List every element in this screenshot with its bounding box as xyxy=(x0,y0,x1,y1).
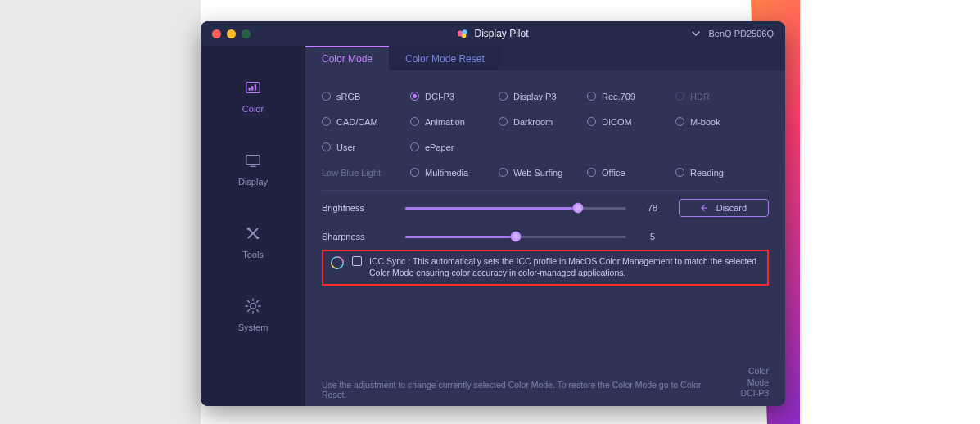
gear-icon xyxy=(244,297,262,315)
radio-epaper[interactable]: ePaper xyxy=(410,142,492,152)
svg-rect-6 xyxy=(255,84,256,90)
monitor-selector[interactable]: BenQ PD2506Q xyxy=(691,29,775,38)
app-title: Display Pilot xyxy=(474,28,528,39)
radio-rec709[interactable]: Rec.709 xyxy=(587,92,669,101)
sidebar-item-color[interactable]: Color xyxy=(201,79,305,114)
svg-point-10 xyxy=(256,237,260,240)
tab-color-mode[interactable]: Color Mode xyxy=(305,46,389,70)
sidebar-label: System xyxy=(238,323,269,332)
radio-office[interactable]: Office xyxy=(587,168,669,178)
radio-reading[interactable]: Reading xyxy=(675,168,757,178)
sidebar-item-tools[interactable]: Tools xyxy=(201,224,305,259)
radio-display-p3[interactable]: Display P3 xyxy=(499,92,580,101)
svg-point-0 xyxy=(458,31,463,37)
radio-darkroom[interactable]: Darkroom xyxy=(499,117,580,127)
sharpness-slider[interactable] xyxy=(405,236,626,238)
titlebar: Display Pilot BenQ PD2506Q xyxy=(201,21,785,46)
sidebar-label: Display xyxy=(238,177,268,187)
icc-sync-description: ICC Sync : This automatically sets the I… xyxy=(369,255,761,278)
slider-thumb[interactable] xyxy=(511,232,522,242)
svg-point-2 xyxy=(463,34,467,38)
radio-animation[interactable]: Animation xyxy=(410,117,492,127)
traffic-lights xyxy=(212,29,251,38)
radio-srgb[interactable]: sRGB xyxy=(322,92,404,101)
tabs: Color Mode Color Mode Reset xyxy=(305,46,785,70)
radio-dicom[interactable]: DICOM xyxy=(587,117,669,127)
svg-point-9 xyxy=(247,228,251,231)
sharpness-label: Sharpness xyxy=(322,232,395,241)
sidebar: Color Display Tools System xyxy=(201,46,305,406)
low-blue-light-label: Low Blue Light xyxy=(322,168,404,178)
tools-icon xyxy=(244,224,262,242)
divider xyxy=(322,190,769,191)
brightness-label: Brightness xyxy=(322,203,395,213)
svg-rect-5 xyxy=(251,86,253,91)
svg-rect-7 xyxy=(246,156,260,165)
close-button[interactable] xyxy=(212,29,221,38)
minimize-button[interactable] xyxy=(227,29,236,38)
sidebar-label: Color xyxy=(242,104,264,114)
radio-dci-p3[interactable]: DCI-P3 xyxy=(410,92,492,101)
slider-thumb[interactable] xyxy=(572,203,583,214)
svg-point-11 xyxy=(251,304,255,309)
discard-button[interactable]: Discard xyxy=(679,199,769,217)
chevron-down-icon xyxy=(691,29,701,38)
sidebar-item-system[interactable]: System xyxy=(201,297,305,332)
display-icon xyxy=(244,151,262,169)
maximize-button[interactable] xyxy=(242,29,251,38)
radio-cadcam[interactable]: CAD/CAM xyxy=(322,117,404,127)
footer-mode-value: DCI-P3 xyxy=(725,388,769,399)
svg-rect-4 xyxy=(249,88,251,91)
radio-hdr: HDR xyxy=(675,92,757,101)
icc-sync-panel: ICC Sync : This automatically sets the I… xyxy=(322,250,769,286)
app-window: Display Pilot BenQ PD2506Q Color Display xyxy=(201,21,785,406)
sharpness-value: 5 xyxy=(636,232,669,241)
radio-multimedia[interactable]: Multimedia xyxy=(410,168,492,178)
brightness-value: 78 xyxy=(636,203,669,213)
radio-mbook[interactable]: M-book xyxy=(675,117,757,127)
sidebar-label: Tools xyxy=(242,250,264,259)
radio-user[interactable]: User xyxy=(322,142,404,152)
tab-color-mode-reset[interactable]: Color Mode Reset xyxy=(389,46,501,70)
radio-web-surfing[interactable]: Web Surfing xyxy=(499,168,580,178)
footer-hint: Use the adjustment to change currently s… xyxy=(322,380,725,399)
monitor-name: BenQ PD2506Q xyxy=(709,29,775,38)
sidebar-item-display[interactable]: Display xyxy=(201,151,305,187)
footer-mode-label: Color Mode xyxy=(725,366,769,388)
brightness-slider[interactable] xyxy=(405,207,626,210)
color-icon xyxy=(244,79,262,97)
color-mode-radios: sRGB DCI-P3 Display P3 Rec.709 HDR CAD/C… xyxy=(322,83,769,185)
icc-sync-checkbox[interactable] xyxy=(352,256,362,266)
icc-sync-icon xyxy=(330,255,345,270)
svg-point-1 xyxy=(463,29,467,34)
app-icon xyxy=(457,28,468,39)
content-pane: sRGB DCI-P3 Display P3 Rec.709 HDR CAD/C… xyxy=(305,70,785,406)
undo-icon xyxy=(701,204,711,212)
